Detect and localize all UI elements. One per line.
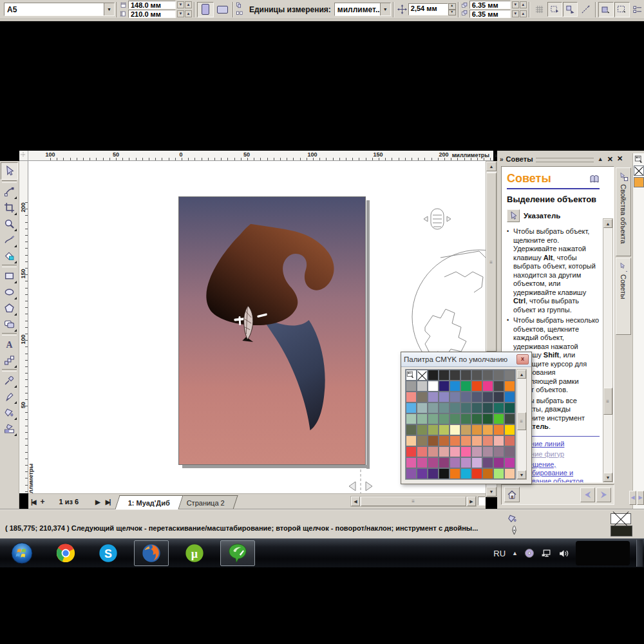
color-swatch[interactable] xyxy=(460,402,471,413)
palette-scroll-left[interactable]: ◀ xyxy=(629,491,636,505)
fill-tool[interactable] xyxy=(1,404,17,421)
color-swatch[interactable] xyxy=(428,392,439,402)
vertical-ruler[interactable]: 20015010050 xyxy=(19,161,28,493)
docker-grip-icon[interactable]: » xyxy=(500,156,504,163)
scroll-right-icon[interactable]: ▶ xyxy=(467,497,476,506)
color-swatch[interactable] xyxy=(428,402,439,413)
docker-tab-tips[interactable]: ? Советы xyxy=(616,258,631,335)
color-swatch[interactable] xyxy=(482,424,493,435)
color-swatch[interactable] xyxy=(428,381,439,392)
options-icon[interactable] xyxy=(632,5,643,15)
scroll-down-icon[interactable]: ▼ xyxy=(603,473,612,482)
color-swatch[interactable] xyxy=(504,457,515,468)
palette-scrollbar[interactable]: ▲ ≡ ▼ xyxy=(516,369,527,480)
color-swatch[interactable] xyxy=(417,446,428,457)
palette-scroll-right[interactable]: ▶ xyxy=(637,491,644,505)
color-swatch[interactable] xyxy=(460,424,471,435)
crop-tool[interactable] xyxy=(1,200,17,216)
paper-preset-combo[interactable]: A5 ▼ xyxy=(4,3,115,16)
smart-fill-tool[interactable] xyxy=(1,248,17,264)
color-swatch[interactable] xyxy=(493,435,504,446)
book-icon[interactable] xyxy=(589,174,600,184)
palette-menu-icon[interactable] xyxy=(634,155,643,164)
color-swatch[interactable] xyxy=(471,424,482,435)
page-tab-2[interactable]: Страница 2 xyxy=(174,495,238,509)
color-swatch[interactable] xyxy=(482,435,493,446)
docker-title-bar[interactable]: » Советы ▲ ✕ xyxy=(500,153,613,165)
color-swatch[interactable] xyxy=(504,381,515,392)
color-swatch[interactable] xyxy=(471,381,482,392)
taskbar-coreldraw-icon[interactable] xyxy=(220,540,255,566)
color-swatch[interactable] xyxy=(471,468,482,479)
horizontal-ruler[interactable]: 10050050100150200миллиметры xyxy=(28,151,493,161)
docker-group-close-icon[interactable]: ✕ xyxy=(617,155,623,163)
color-swatch[interactable] xyxy=(428,468,439,479)
color-swatch[interactable] xyxy=(450,446,460,457)
color-swatch[interactable] xyxy=(504,468,515,479)
color-swatch[interactable] xyxy=(471,413,482,424)
color-swatch[interactable] xyxy=(406,392,417,402)
home-button[interactable] xyxy=(504,487,520,502)
color-swatch[interactable] xyxy=(428,446,439,457)
color-swatch[interactable] xyxy=(482,446,493,457)
color-swatch[interactable] xyxy=(471,435,482,446)
color-swatch[interactable] xyxy=(460,413,471,424)
snap-guides-button[interactable] xyxy=(547,2,562,17)
palette-scroll-thumb[interactable]: ≡ xyxy=(517,412,526,430)
color-swatch[interactable] xyxy=(417,392,428,402)
scroll-up-icon[interactable]: ▲ xyxy=(517,370,526,379)
color-swatch[interactable] xyxy=(439,402,450,413)
first-page-button[interactable]: |◀ xyxy=(28,497,38,507)
v-scroll-thumb[interactable]: ≡ xyxy=(486,173,497,352)
color-swatch[interactable] xyxy=(460,435,471,446)
dynamic-guides-button[interactable] xyxy=(578,2,593,17)
color-swatch[interactable] xyxy=(471,457,482,468)
color-swatch[interactable] xyxy=(439,381,450,392)
back-button[interactable]: ⮜ xyxy=(580,488,595,502)
color-swatch[interactable] xyxy=(482,457,493,468)
color-swatch[interactable] xyxy=(504,446,515,457)
docker-tab-object-properties[interactable]: Свойства объекта xyxy=(616,167,631,256)
palette-title-bar[interactable]: Палитра CMYK по умолчанию x xyxy=(401,352,531,367)
color-swatch[interactable] xyxy=(439,446,450,457)
color-swatch[interactable] xyxy=(417,413,428,424)
color-swatch[interactable] xyxy=(439,392,450,402)
units-combo[interactable]: миллимет... ▼ xyxy=(334,3,391,16)
color-swatch[interactable] xyxy=(493,381,504,392)
page-tab-1[interactable]: 1: Муад'Диб xyxy=(115,495,184,509)
no-color-swatch[interactable] xyxy=(634,166,644,176)
color-swatch[interactable] xyxy=(504,435,515,446)
taskbar-firefox-icon[interactable] xyxy=(134,540,169,566)
color-swatch[interactable] xyxy=(450,468,460,479)
eyedropper-tool[interactable] xyxy=(1,372,17,388)
apply-current-page-icon[interactable] xyxy=(236,10,243,17)
h-scroll-thumb[interactable]: ≡ xyxy=(361,497,466,506)
color-swatch[interactable] xyxy=(504,424,515,435)
rectangle-tool[interactable] xyxy=(1,268,17,284)
ellipse-tool[interactable] xyxy=(1,284,17,300)
docker-scrollbar[interactable]: ▲ ≡ ▼ xyxy=(603,218,613,482)
forward-button[interactable]: ⮞ xyxy=(596,488,611,502)
color-swatch[interactable] xyxy=(450,402,460,413)
color-swatch[interactable] xyxy=(493,402,504,413)
color-swatch[interactable] xyxy=(493,392,504,402)
cmyk-palette-window[interactable]: Палитра CMYK по умолчанию x ▲ ≡ ▼ xyxy=(401,352,532,484)
next-page-button[interactable]: ▶ xyxy=(93,497,103,507)
duplicate-y-spinner[interactable]: ▼▲ xyxy=(512,10,527,17)
pointer-tool-icon[interactable] xyxy=(507,209,520,222)
color-swatch[interactable] xyxy=(482,370,493,381)
page-apply-icons[interactable] xyxy=(236,1,243,17)
color-swatch[interactable] xyxy=(504,413,515,424)
paper-height-field[interactable]: 210.0 мм xyxy=(128,10,176,18)
color-swatch[interactable] xyxy=(406,402,417,413)
network-icon[interactable] xyxy=(541,548,552,559)
color-swatch[interactable] xyxy=(417,381,428,392)
color-swatch[interactable] xyxy=(428,370,439,381)
color-swatch[interactable] xyxy=(493,413,504,424)
color-swatch[interactable] xyxy=(406,413,417,424)
color-swatch[interactable] xyxy=(450,424,460,435)
nudge-field[interactable]: 2,54 мм xyxy=(408,3,448,15)
tray-expand-icon[interactable]: ▲ xyxy=(512,550,518,556)
color-swatch[interactable] xyxy=(406,457,417,468)
freehand-tool[interactable] xyxy=(1,232,17,248)
